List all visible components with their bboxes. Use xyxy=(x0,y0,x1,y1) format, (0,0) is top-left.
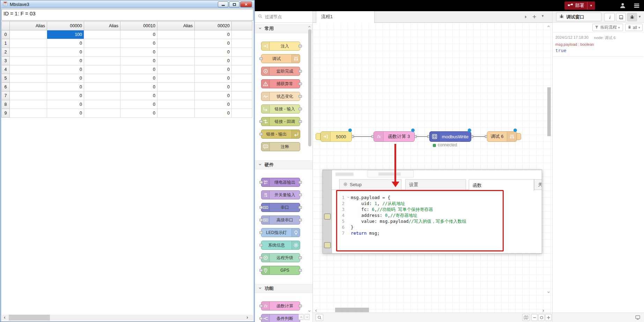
value-cell[interactable]: 0 xyxy=(47,109,84,118)
alias-cell[interactable] xyxy=(10,100,47,109)
value-cell[interactable]: 0 xyxy=(195,92,232,100)
scroll-down-icon[interactable] xyxy=(547,289,550,295)
palette-node[interactable]: 远程升级 xyxy=(261,253,300,262)
value-cell[interactable]: 0 xyxy=(195,48,232,57)
column-header[interactable]: 00000 xyxy=(47,22,84,30)
value-cell[interactable]: 0 xyxy=(47,83,84,92)
navigator-icon[interactable] xyxy=(522,314,530,321)
expand-categories-button[interactable] xyxy=(304,314,310,320)
flow-node[interactable]: 调试 6 xyxy=(487,131,517,142)
alias-cell[interactable] xyxy=(84,57,120,65)
node-output-port[interactable] xyxy=(298,269,302,272)
mbslave-titlebar[interactable]: Mbslave3 × xyxy=(1,0,254,8)
alias-cell[interactable] xyxy=(157,39,195,48)
node-input-port[interactable] xyxy=(259,57,263,60)
node-input-port[interactable] xyxy=(259,231,263,234)
inject-trigger-button[interactable] xyxy=(316,133,320,140)
alias-cell[interactable] xyxy=(84,48,120,57)
alias-cell[interactable] xyxy=(10,39,47,48)
node-output-port[interactable] xyxy=(298,108,302,110)
alias-cell[interactable] xyxy=(157,65,195,74)
value-cell[interactable]: 0 xyxy=(120,30,157,39)
node-input-port[interactable] xyxy=(259,269,263,272)
value-cell[interactable]: 0 xyxy=(47,74,84,83)
value-cell[interactable]: 0 xyxy=(47,100,84,109)
value-cell[interactable]: 0 xyxy=(195,74,232,83)
alias-cell[interactable] xyxy=(84,100,120,109)
zoom-reset-button[interactable] xyxy=(538,314,545,321)
flow-canvas[interactable]: 5000fx函数计算 3modbusWriteconnected调试 6 xyxy=(313,23,552,322)
alias-cell[interactable] xyxy=(84,30,120,39)
palette-node[interactable]: DI开关量输入 xyxy=(261,190,300,199)
scroll-down-icon[interactable] xyxy=(308,308,311,314)
value-cell[interactable]: 0 xyxy=(120,74,157,83)
dialog-tab[interactable]: 设置 xyxy=(405,179,466,190)
alias-cell[interactable] xyxy=(84,74,120,83)
alias-cell[interactable] xyxy=(84,83,120,92)
palette-node[interactable]: GPS xyxy=(261,266,300,275)
node-input-port[interactable] xyxy=(259,305,263,307)
alias-cell[interactable] xyxy=(10,30,47,39)
scrollbar-thumb[interactable] xyxy=(9,315,50,321)
dialog-tab[interactable]: 关 xyxy=(534,179,542,190)
palette-node[interactable]: 条件判断 xyxy=(261,314,300,322)
hamburger-menu-icon[interactable] xyxy=(634,2,640,9)
alias-cell[interactable] xyxy=(157,30,195,39)
node-output-port[interactable] xyxy=(298,70,302,73)
alias-cell[interactable] xyxy=(157,109,195,118)
alias-cell[interactable] xyxy=(10,83,47,92)
scrollbar-thumb[interactable] xyxy=(547,87,551,136)
collapse-categories-button[interactable] xyxy=(298,314,304,320)
palette-scrollbar[interactable] xyxy=(308,24,312,322)
maximize-button[interactable] xyxy=(229,1,239,7)
node-output-port[interactable] xyxy=(298,219,302,221)
palette-node[interactable]: 高级串口 xyxy=(261,215,300,225)
row-header[interactable]: 2 xyxy=(2,48,10,57)
dialog-tab[interactable]: 函数 xyxy=(469,179,534,191)
node-output-port[interactable] xyxy=(298,120,302,123)
alias-cell[interactable] xyxy=(84,109,120,118)
palette-node[interactable]: fx函数计算 xyxy=(261,301,300,310)
user-icon[interactable] xyxy=(620,2,626,9)
column-header[interactable]: 00020 xyxy=(195,22,232,30)
palette-node[interactable]: 状态变化 xyxy=(261,92,300,101)
column-header[interactable]: Alias xyxy=(157,22,195,30)
palette-node[interactable]: 注释 xyxy=(261,142,300,151)
search-flows-button[interactable] xyxy=(316,314,323,321)
palette-node[interactable]: 链接 - 输入 xyxy=(261,104,300,114)
node-output-port[interactable] xyxy=(298,206,302,209)
code-editor[interactable]: 1msg.payload = {2 uid: 1, //从机地址3 fc: 6,… xyxy=(332,190,542,253)
value-cell[interactable]: 0 xyxy=(195,83,232,92)
value-cell[interactable]: 0 xyxy=(120,83,157,92)
node-output-port[interactable] xyxy=(298,305,302,307)
value-cell[interactable]: 0 xyxy=(47,92,84,100)
zoom-out-button[interactable] xyxy=(531,314,538,321)
row-header[interactable]: 4 xyxy=(2,65,10,74)
wire[interactable] xyxy=(473,136,485,137)
node-output-port[interactable] xyxy=(298,256,302,259)
node-output-port[interactable] xyxy=(298,181,302,184)
monitor-icon[interactable] xyxy=(635,315,641,322)
row-header[interactable]: 7 xyxy=(2,92,10,100)
flow-node[interactable]: fx函数计算 3 xyxy=(373,131,415,142)
value-cell[interactable]: 0 xyxy=(47,48,84,57)
palette-category-header[interactable]: 硬件 xyxy=(255,160,312,169)
info-tab-button[interactable]: i xyxy=(604,13,615,21)
node-input-port[interactable] xyxy=(259,256,263,259)
value-cell[interactable]: 0 xyxy=(120,100,157,109)
row-header[interactable]: 5 xyxy=(2,74,10,83)
value-cell[interactable]: 0 xyxy=(120,39,157,48)
scroll-right-icon[interactable] xyxy=(244,315,250,321)
value-cell[interactable]: 0 xyxy=(120,109,157,118)
alias-cell[interactable] xyxy=(157,48,195,57)
add-flow-icon[interactable] xyxy=(532,14,537,21)
debug-toggle-button[interactable] xyxy=(516,133,521,140)
node-output-port[interactable] xyxy=(298,45,302,47)
alias-cell[interactable] xyxy=(10,74,47,83)
debug-window-tab[interactable]: 调试窗口 xyxy=(556,13,601,21)
flow-list-caret-icon[interactable]: ▾ xyxy=(542,14,544,18)
zoom-in-button[interactable] xyxy=(545,314,552,321)
alias-cell[interactable] xyxy=(10,65,47,74)
scrollbar-thumb[interactable] xyxy=(335,308,369,312)
alias-cell[interactable] xyxy=(157,100,195,109)
